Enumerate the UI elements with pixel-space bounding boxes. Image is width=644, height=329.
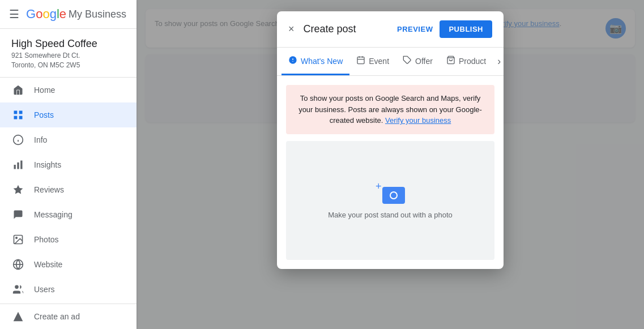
sidebar-item-create-ad[interactable]: Create an ad	[0, 304, 137, 329]
sidebar-item-reviews[interactable]: Reviews	[0, 177, 137, 202]
svg-marker-10	[14, 185, 23, 194]
preview-button[interactable]: PREVIEW	[390, 20, 440, 38]
svg-point-15	[15, 285, 19, 289]
product-icon	[446, 55, 455, 67]
business-info: High Speed Coffee 921 Somewhere Dt Ct. T…	[0, 29, 137, 78]
photos-icon	[11, 234, 25, 245]
add-photo-icon: +	[376, 181, 405, 204]
sidebar-item-info[interactable]: Info	[0, 127, 137, 152]
business-name: High Speed Coffee	[11, 38, 125, 50]
photo-area-label: Make your post stand out with a photo	[328, 211, 453, 219]
event-icon	[356, 55, 365, 67]
sidebar-item-reviews-label: Reviews	[34, 185, 64, 194]
sidebar-item-photos-label: Photos	[34, 235, 59, 244]
dialog-header: × Create post PREVIEW PUBLISH	[277, 11, 504, 48]
tabs-next-arrow[interactable]: ›	[493, 51, 504, 72]
sidebar-bottom: Create an ad	[0, 304, 137, 329]
messaging-icon	[11, 209, 25, 220]
tab-event-label: Event	[369, 57, 389, 66]
svg-rect-1	[19, 110, 23, 114]
info-icon	[11, 134, 25, 146]
sidebar-item-posts-label: Posts	[34, 110, 54, 119]
sidebar-item-insights[interactable]: Insights	[0, 152, 137, 177]
sidebar-item-messaging-label: Messaging	[34, 210, 72, 219]
tab-whats-new-label: What's New	[301, 57, 343, 66]
sidebar-item-users[interactable]: Users	[0, 277, 137, 302]
tab-event[interactable]: Event	[349, 48, 396, 75]
tab-product-label: Product	[459, 57, 486, 66]
sidebar-item-create-ad-label: Create an ad	[34, 312, 80, 321]
close-button[interactable]: ×	[288, 23, 295, 35]
verification-notice: To show your posts on Google Search and …	[286, 85, 494, 134]
svg-rect-3	[19, 116, 23, 119]
website-icon	[11, 259, 25, 270]
sidebar-nav: Home Posts Info Insights Reviews	[0, 78, 137, 302]
tab-product[interactable]: Product	[440, 48, 493, 75]
home-icon	[11, 84, 25, 96]
tab-offer[interactable]: Offer	[396, 48, 440, 75]
sidebar-item-insights-label: Insights	[34, 160, 61, 169]
svg-point-12	[16, 237, 17, 238]
business-address: 921 Somewhere Dt Ct. Toronto, ON M5C 2W5	[11, 51, 125, 70]
reviews-icon	[11, 184, 25, 195]
google-logo: Google My Business	[26, 7, 126, 22]
svg-rect-7	[14, 165, 16, 169]
tab-offer-label: Offer	[415, 57, 433, 66]
svg-rect-19	[357, 57, 364, 64]
offer-icon	[403, 55, 412, 67]
create-post-dialog: × Create post PREVIEW PUBLISH What's New	[277, 11, 504, 269]
sidebar-item-home[interactable]: Home	[0, 78, 137, 102]
sidebar-item-website[interactable]: Website	[0, 252, 137, 277]
dialog-title: Create post	[304, 23, 390, 35]
sidebar: ☰ Google My Business High Speed Coffee 9…	[0, 0, 137, 329]
sidebar-item-website-label: Website	[34, 260, 62, 269]
photo-upload-area[interactable]: + Make your post stand out with a photo	[286, 141, 494, 260]
svg-rect-8	[17, 162, 19, 169]
sidebar-item-posts[interactable]: Posts	[0, 102, 137, 127]
insights-icon	[11, 159, 25, 170]
sidebar-item-messaging[interactable]: Messaging	[0, 202, 137, 227]
hamburger-icon[interactable]: ☰	[9, 7, 19, 21]
sidebar-header: ☰ Google My Business	[0, 0, 137, 29]
sidebar-item-info-label: Info	[34, 135, 47, 144]
tab-whats-new[interactable]: What's New	[282, 48, 349, 75]
sidebar-item-users-label: Users	[34, 285, 55, 294]
overlay: × Create post PREVIEW PUBLISH What's New	[137, 0, 644, 329]
verify-business-link[interactable]: Verify your business	[385, 116, 451, 125]
whats-new-icon	[288, 55, 297, 67]
sidebar-item-home-label: Home	[34, 86, 55, 95]
svg-rect-9	[20, 160, 22, 169]
sidebar-item-photos[interactable]: Photos	[0, 227, 137, 252]
my-business-label: My Business	[69, 8, 126, 20]
main-content: To show your posts on Google Search and …	[137, 0, 644, 329]
posts-icon	[11, 109, 25, 121]
dialog-tabs: What's New Event Offer	[277, 48, 504, 76]
users-icon	[11, 284, 25, 295]
publish-button[interactable]: PUBLISH	[440, 20, 492, 38]
svg-rect-2	[14, 116, 18, 119]
svg-rect-0	[14, 110, 18, 114]
create-ad-icon	[11, 311, 25, 322]
